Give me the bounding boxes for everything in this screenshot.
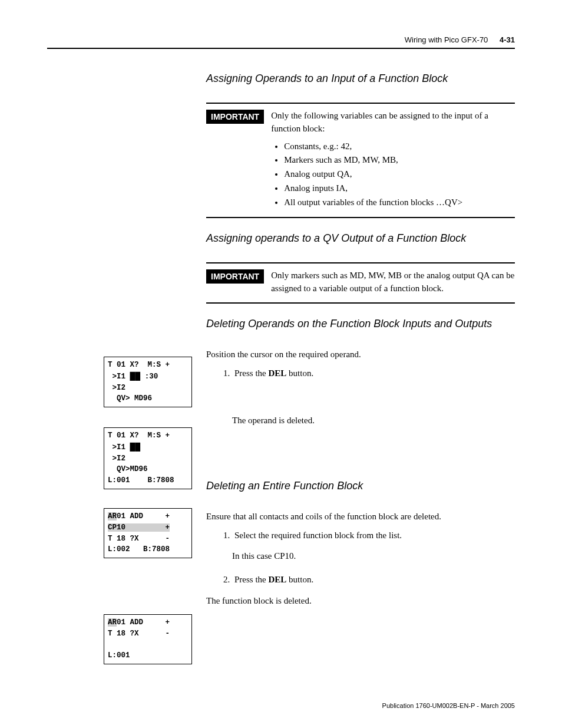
delete-op-steps: Press the DEL button. [206, 367, 515, 380]
highlight: AR [108, 618, 117, 627]
important-body: Only markers such as MD, MW, MB or the a… [271, 269, 515, 295]
lcd-row: L:001 [108, 650, 188, 661]
heading-delete-operands: Deleting Operands on the Function Block … [206, 318, 515, 330]
lcd-row: T 18 ?X - [108, 533, 188, 545]
heading-assign-input: Assigning Operands to an Input of a Func… [206, 73, 515, 85]
step-text: Press the [234, 575, 269, 584]
delete-fb-note: In this case CP10. [232, 551, 515, 561]
heading-assign-qv: Assigning operands to a QV Output of a F… [206, 232, 515, 245]
important-intro: Only the following variables can be assi… [271, 111, 488, 133]
lcd-row: >I2 [108, 453, 188, 465]
running-header: Wiring with Pico GFX-70 4-31 [47, 35, 515, 44]
chapter-title: Wiring with Pico GFX-70 [405, 35, 488, 44]
lcd-row: QV>MD96 [108, 464, 188, 475]
lcd-row: >I2 [108, 383, 188, 394]
cursor-block: ██ [130, 443, 141, 451]
lcd-row: >I1 ██ [108, 442, 188, 453]
step: Press the DEL button. [232, 573, 515, 587]
lcd-row: AR01 ADD + [108, 511, 188, 522]
delete-op-result: The operand is deleted. [232, 416, 515, 426]
section-delete-fb: Deleting an Entire Function Block Ensure… [206, 480, 515, 608]
bullet: Markers such as MD, MW, MB, [284, 154, 515, 167]
important-label: IMPORTANT [206, 269, 264, 284]
del-key: DEL [269, 368, 287, 378]
section-assign-input: Assigning Operands to an Input of a Func… [206, 73, 515, 426]
highlight: AR [108, 512, 117, 521]
step-text: Press the [234, 368, 269, 378]
lcd-row: L:001 B:7808 [108, 475, 188, 486]
page: Wiring with Pico GFX-70 4-31 Assigning O… [0, 0, 562, 728]
heading-delete-fb: Deleting an Entire Function Block [206, 480, 515, 492]
lcd-screen-fb-deleted: AR01 ADD + T 18 ?X - L:001 [104, 614, 192, 664]
page-number: 4-31 [500, 35, 515, 44]
delete-fb-result: The function block is deleted. [206, 594, 515, 608]
lcd-row: T 01 X? M:S + [108, 360, 188, 371]
step: Select the required function block from … [232, 529, 515, 542]
delete-fb-steps-2: Press the DEL button. [206, 573, 515, 587]
cursor-block: ██ [130, 372, 141, 380]
bullet: Analog output QA, [284, 168, 515, 181]
lcd-row: >I1 ██ :30 [108, 371, 188, 383]
highlight: CP10 + [108, 523, 170, 532]
del-key: DEL [269, 575, 287, 584]
publication-footer: Publication 1760-UM002B-EN-P - March 200… [382, 702, 515, 709]
lcd-row: AR01 ADD + [108, 617, 188, 628]
bullet: Constants, e.g.: 42, [284, 140, 515, 153]
step-text: button. [286, 368, 313, 378]
header-rule [47, 48, 515, 49]
step-text: button. [286, 575, 313, 584]
delete-fb-intro: Ensure that all contacts and coils of th… [206, 510, 515, 523]
delete-fb-steps: Select the required function block from … [206, 529, 515, 542]
lcd-row: T 18 ?X - [108, 628, 188, 640]
lcd-row: QV> MD96 [108, 393, 188, 404]
lcd-row: CP10 + [108, 522, 188, 533]
step: Press the DEL button. [232, 367, 515, 380]
lcd-row: L:002 B:7808 [108, 544, 188, 555]
lcd-row [108, 640, 188, 651]
important-bullets: Constants, e.g.: 42, Markers such as MD,… [271, 140, 515, 209]
delete-op-intro: Position the cursor on the required oper… [206, 348, 515, 361]
lcd-row: T 01 X? M:S + [108, 430, 188, 442]
important-box-qv: IMPORTANT Only markers such as MD, MW, M… [206, 262, 515, 304]
important-box-input: IMPORTANT Only the following variables c… [206, 103, 515, 218]
lcd-screen-fb-list: AR01 ADD + CP10 + T 18 ?X - L:002 B:7808 [104, 508, 192, 558]
lcd-screen-after-delete: T 01 X? M:S + >I1 ██ >I2 QV>MD96 L:001 B… [104, 427, 192, 489]
important-body: Only the following variables can be assi… [271, 110, 515, 210]
important-label: IMPORTANT [206, 110, 264, 124]
bullet: Analog inputs IA, [284, 182, 515, 195]
lcd-screen-before-delete: T 01 X? M:S + >I1 ██ :30 >I2 QV> MD96 [104, 357, 192, 407]
bullet: All output variables of the function blo… [284, 196, 515, 209]
